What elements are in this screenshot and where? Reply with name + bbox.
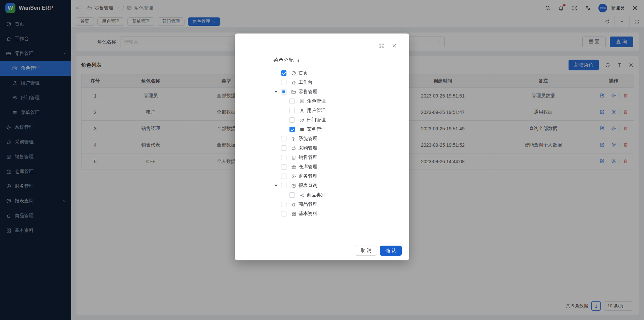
tree-node-label: 财务管理 bbox=[299, 173, 317, 179]
gear-icon bbox=[291, 136, 296, 141]
purchase-cycle-icon bbox=[291, 146, 296, 151]
tree-node-goods-category[interactable]: 商品类别 bbox=[235, 190, 409, 200]
dialog-title: 菜单分配 bbox=[273, 57, 293, 63]
tree-node-retail[interactable]: 零售管理 bbox=[235, 87, 409, 97]
checkbox-unchecked[interactable] bbox=[281, 183, 286, 188]
tree-node-label: 仓库管理 bbox=[299, 164, 317, 170]
checkbox-unchecked[interactable] bbox=[281, 202, 286, 207]
tree-node-label: 部门管理 bbox=[307, 117, 326, 123]
user-icon bbox=[300, 108, 305, 113]
tree-node-label: 基本资料 bbox=[299, 211, 317, 217]
confirm-button[interactable]: 确 认 bbox=[380, 246, 402, 256]
tree-node-system[interactable]: 系统管理 bbox=[235, 134, 409, 143]
checkbox-unchecked[interactable] bbox=[281, 80, 286, 85]
finance-icon bbox=[291, 174, 296, 179]
dialog-close-icon[interactable] bbox=[391, 43, 397, 49]
goods-bag-icon bbox=[291, 202, 296, 207]
tree-node-label: 菜单管理 bbox=[307, 126, 326, 132]
dashboard-icon bbox=[291, 71, 296, 76]
role-card-icon bbox=[300, 99, 305, 104]
tree-node-label: 用户管理 bbox=[307, 108, 326, 114]
checkbox-unchecked[interactable] bbox=[289, 192, 295, 198]
app-root: W WanSen ERP 首页 工作台 零售管理 角色管理 bbox=[0, 0, 644, 320]
report-pie-icon bbox=[291, 183, 296, 188]
menu-assign-dialog: 菜单分配 ⋮ 首页 工作台 零售管理 bbox=[235, 34, 409, 260]
tree-node-label: 采购管理 bbox=[299, 145, 317, 151]
dialog-title-row: 菜单分配 ⋮ bbox=[273, 57, 300, 63]
menu-lines-icon bbox=[300, 127, 305, 132]
checkbox-unchecked[interactable] bbox=[281, 164, 286, 170]
tree-node-user-mgmt[interactable]: 用户管理 bbox=[235, 106, 409, 115]
basic-grid-icon bbox=[291, 211, 296, 216]
tree-node-label: 工作台 bbox=[299, 79, 313, 85]
tree-node-dept-mgmt[interactable]: 部门管理 bbox=[235, 115, 409, 125]
tree-node-workbench[interactable]: 工作台 bbox=[235, 78, 409, 87]
checkbox-unchecked[interactable] bbox=[281, 155, 286, 160]
checkbox-unchecked[interactable] bbox=[289, 99, 295, 104]
cancel-button[interactable]: 取 消 bbox=[355, 246, 377, 256]
tree-node-role-mgmt[interactable]: 角色管理 bbox=[235, 97, 409, 106]
tree-node-warehouse[interactable]: 仓库管理 bbox=[235, 162, 409, 172]
tree-node-purchase[interactable]: 采购管理 bbox=[235, 143, 409, 153]
tree-node-label: 销售管理 bbox=[299, 154, 317, 161]
menu-tree: 首页 工作台 零售管理 角色管理 用户管理 bbox=[235, 68, 409, 218]
tree-node-label: 零售管理 bbox=[299, 89, 317, 95]
tree-node-menu-mgmt[interactable]: 菜单管理 bbox=[235, 125, 409, 134]
checkbox-indeterminate[interactable] bbox=[281, 89, 286, 94]
checkbox-unchecked[interactable] bbox=[281, 211, 286, 216]
tree-node-finance[interactable]: 财务管理 bbox=[235, 172, 409, 181]
checkbox-unchecked[interactable] bbox=[281, 174, 286, 179]
tree-node-label: 首页 bbox=[299, 70, 308, 76]
tree-node-home[interactable]: 首页 bbox=[235, 68, 409, 78]
tree-node-basic-data[interactable]: 基本资料 bbox=[235, 209, 409, 218]
checkbox-unchecked[interactable] bbox=[289, 117, 295, 123]
checkbox-unchecked[interactable] bbox=[281, 145, 286, 151]
home-icon bbox=[291, 80, 296, 85]
tree-node-goods-mgmt[interactable]: 商品管理 bbox=[235, 200, 409, 209]
checkbox-checked[interactable] bbox=[281, 70, 286, 76]
dialog-maximize-icon[interactable] bbox=[379, 43, 384, 49]
checkbox-unchecked[interactable] bbox=[289, 108, 295, 113]
caret-down-icon[interactable] bbox=[274, 185, 278, 187]
checkbox-checked[interactable] bbox=[289, 127, 295, 132]
folder-open-icon bbox=[291, 89, 296, 94]
caret-down-icon[interactable] bbox=[274, 91, 278, 93]
dialog-divider bbox=[273, 67, 401, 67]
tree-node-label: 角色管理 bbox=[307, 98, 326, 104]
more-vertical-icon[interactable]: ⋮ bbox=[296, 58, 300, 63]
tree-node-reports[interactable]: 报表查询 bbox=[235, 181, 409, 190]
warehouse-bank-icon bbox=[291, 165, 296, 170]
team-icon bbox=[300, 118, 305, 123]
tree-node-sales[interactable]: 销售管理 bbox=[235, 153, 409, 162]
checkbox-unchecked[interactable] bbox=[281, 136, 286, 141]
tree-node-label: 商品管理 bbox=[299, 201, 317, 207]
tree-node-label: 报表查询 bbox=[299, 183, 317, 189]
tree-node-label: 系统管理 bbox=[299, 136, 317, 142]
sales-shop-icon bbox=[291, 155, 296, 160]
tree-node-label: 商品类别 bbox=[307, 192, 326, 198]
share-icon bbox=[300, 193, 305, 198]
